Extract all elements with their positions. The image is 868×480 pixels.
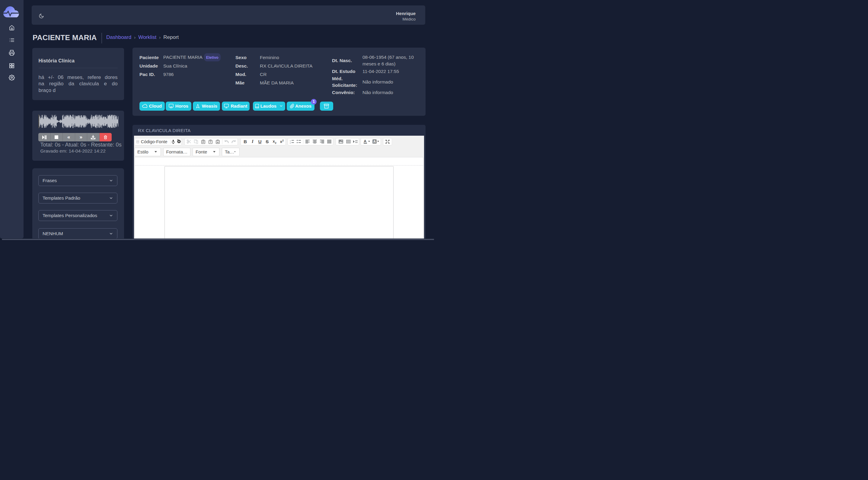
svg-text:A: A [364,139,367,143]
svg-text:A: A [373,140,376,143]
svg-text:1.: 1. [290,140,291,142]
svg-text:2.: 2. [290,142,291,143]
